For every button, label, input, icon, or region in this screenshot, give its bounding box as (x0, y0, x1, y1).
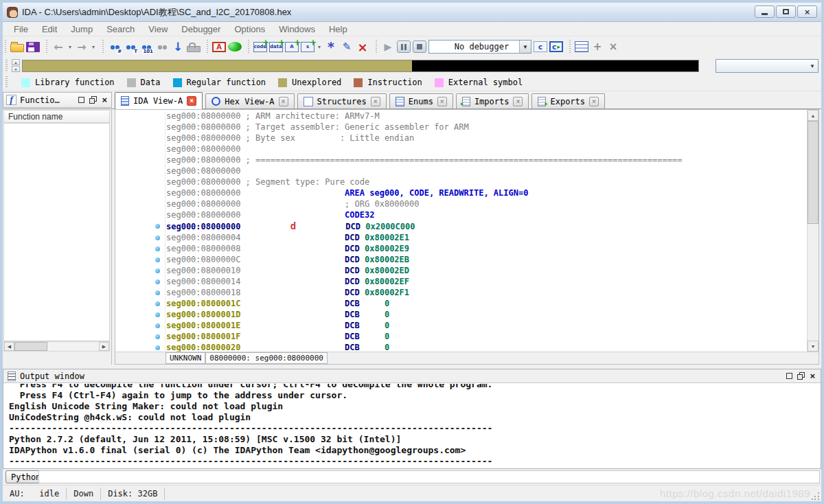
menu-item-debugger[interactable]: Debugger (174, 23, 227, 35)
navigate-forward-icon[interactable]: → (75, 40, 89, 54)
panel-maximize-icon[interactable] (78, 97, 84, 103)
scroll-down-button[interactable]: ▼ (808, 341, 819, 352)
navband-zoom-select[interactable] (716, 59, 819, 73)
disassembly-line[interactable]: seg000:08000020 DCB 0 (115, 342, 806, 352)
run-to-cursor-icon[interactable]: c▸ (549, 41, 563, 52)
disassembly-line[interactable]: seg000:08000004 DCD 0x80002E1 (115, 232, 806, 243)
disassembly-line[interactable]: seg000:08000010 DCD 0x80002ED (115, 265, 806, 276)
make-array-icon[interactable]: * (324, 40, 338, 54)
disassembly-line[interactable]: seg000:08000000 ; Segment type: Pure cod… (115, 176, 806, 187)
tab-close-icon[interactable]: × (371, 97, 380, 106)
disassembly-line[interactable]: seg000:08000000 (115, 144, 806, 154)
disassembly-line[interactable]: seg000:0800001C DCB 0 (115, 298, 806, 309)
disassembly-line[interactable]: seg000:08000000 ; ORG 0x8000000 (115, 198, 806, 209)
problems-list-icon[interactable]: A (212, 42, 226, 52)
tab-close-icon[interactable]: × (187, 96, 196, 106)
disassembly-line[interactable]: seg000:0800000C DCD 0x80002EB (115, 254, 806, 265)
disassembly-line[interactable]: seg000:0800001D DCB 0 (115, 309, 806, 320)
breakpoint-remove-icon[interactable]: × (606, 40, 620, 54)
panel-restore-icon[interactable] (89, 96, 97, 104)
disassembly-line[interactable]: seg000:08000000 ; ======================… (115, 154, 806, 165)
tab-structures[interactable]: Structures× (297, 93, 387, 108)
menu-item-search[interactable]: Search (100, 23, 141, 35)
panel-restore-icon[interactable] (797, 372, 805, 380)
close-button[interactable]: × (797, 5, 817, 18)
minimize-button[interactable] (755, 5, 775, 18)
ida-view-a[interactable]: seg000:08000000 ; ARM architecture: ARMv… (115, 109, 819, 365)
navigate-forward-menu-icon[interactable]: ▾ (91, 40, 96, 54)
disassembly-line[interactable]: seg000:08000000 ; Byte sex : Little endi… (115, 133, 806, 144)
disassembly-line[interactable]: seg000:0800001E DCB 0 (115, 320, 806, 331)
function-name-column-header[interactable]: Function name (3, 110, 110, 123)
make-string-menu-icon[interactable]: ▾ (317, 40, 322, 54)
menu-item-view[interactable]: View (141, 23, 174, 35)
scrollbar-thumb[interactable] (14, 342, 47, 351)
debugger-stop-icon[interactable] (413, 41, 426, 53)
scroll-up-button[interactable]: ▲ (808, 110, 819, 121)
disassembly-listing[interactable]: seg000:08000000 ; ARM architecture: ARMv… (115, 111, 806, 352)
attach-to-process-icon[interactable]: c (534, 41, 547, 52)
search-again-icon[interactable] (155, 40, 169, 54)
breakpoint-add-icon[interactable]: + (591, 40, 604, 54)
debugger-pause-icon[interactable] (397, 41, 411, 53)
menu-item-options[interactable]: Options (227, 23, 272, 35)
menu-item-windows[interactable]: Windows (272, 23, 322, 35)
band-scroll-down-button[interactable]: ▼ (12, 66, 20, 72)
make-name-icon[interactable]: A (285, 42, 299, 52)
disassembly-vertical-scrollbar[interactable]: ▲ ▼ (807, 110, 819, 352)
resize-grip[interactable] (812, 492, 820, 500)
disassembly-line[interactable]: seg000:08000000 ; Target assembler: Gene… (115, 122, 806, 133)
debugger-select-dropdown[interactable]: No debugger (428, 40, 531, 54)
tab-close-icon[interactable]: × (513, 97, 523, 106)
navigate-back-icon[interactable]: ← (52, 40, 65, 54)
analysis-indicator-icon[interactable] (228, 42, 242, 51)
panel-close-icon[interactable]: × (810, 371, 815, 380)
tab-imports[interactable]: Imports× (456, 93, 529, 108)
disassembly-line[interactable]: seg000:08000014 DCD 0x80002EF (115, 276, 806, 287)
disassembly-line[interactable]: seg000:08000018 DCD 0x80002F1 (115, 287, 806, 298)
panel-close-icon[interactable]: × (102, 95, 107, 104)
tab-close-icon[interactable]: × (589, 97, 599, 106)
tab-exports[interactable]: Exports× (531, 93, 605, 108)
disassembly-line[interactable]: seg000:08000000 AREA seg000, CODE, READW… (115, 187, 806, 198)
make-data-icon[interactable]: data (269, 42, 283, 52)
maximize-button[interactable] (776, 5, 796, 18)
disassembly-line[interactable]: seg000:08000008 DCD 0x80002E9 (115, 243, 806, 254)
tab-hex-view-a[interactable]: Hex View-A× (205, 93, 294, 108)
panel-maximize-icon[interactable] (786, 373, 792, 379)
scroll-right-button[interactable]: ▶ (99, 342, 109, 351)
lock-highlight-icon[interactable] (187, 46, 201, 52)
navigate-back-menu-icon[interactable]: ▾ (67, 40, 73, 54)
tab-close-icon[interactable]: × (279, 97, 288, 106)
make-code-icon[interactable]: code (253, 42, 267, 52)
jump-to-address-icon[interactable]: ↓ (171, 40, 185, 54)
menu-item-file[interactable]: File (7, 23, 35, 35)
scroll-left-button[interactable]: ◀ (4, 342, 14, 351)
menu-item-jump[interactable]: Jump (64, 23, 100, 35)
script-command-icon[interactable] (575, 41, 588, 52)
debugger-run-icon[interactable]: ▶ (381, 40, 395, 54)
disassembly-line[interactable]: seg000:08000000 d DCD 0x2000C000 (115, 220, 806, 232)
search-address-icon[interactable] (108, 40, 122, 54)
tab-ida-view-a[interactable]: IDA View-A× (115, 92, 203, 109)
make-string-icon[interactable]: s (301, 42, 314, 52)
disassembly-line[interactable]: seg000:08000000 (115, 165, 806, 176)
disassembly-line[interactable]: seg000:0800001F DCB 0 (115, 331, 806, 342)
open-file-icon[interactable] (10, 44, 24, 52)
save-file-icon[interactable] (26, 42, 40, 52)
menu-item-help[interactable]: Help (322, 23, 354, 35)
output-log[interactable]: Press F4 to decompile the function under… (3, 384, 821, 468)
search-text-icon[interactable] (124, 40, 137, 54)
disassembly-line[interactable]: seg000:08000000 ; ARM architecture: ARMv… (115, 111, 806, 122)
navigation-band[interactable] (22, 60, 699, 72)
scrollbar-thumb[interactable] (808, 121, 819, 224)
tab-enums[interactable]: Enums× (389, 93, 453, 108)
band-scroll-up-button[interactable]: ▲ (12, 59, 20, 65)
tab-close-icon[interactable]: × (437, 97, 447, 106)
functions-horizontal-scrollbar[interactable]: ◀ ▶ (3, 341, 110, 352)
function-list[interactable] (3, 123, 110, 341)
disassembly-line[interactable]: seg000:08000000 CODE32 (115, 209, 806, 220)
edit-comment-icon[interactable]: ✎ (340, 40, 354, 54)
undefine-icon[interactable]: × (356, 40, 369, 54)
search-bytes-icon[interactable] (139, 40, 153, 54)
